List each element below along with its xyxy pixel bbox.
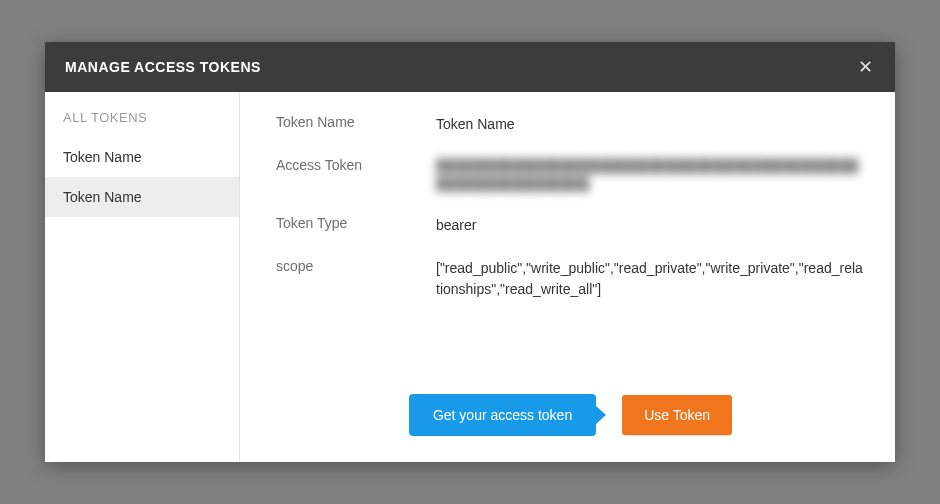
label-token-name: Token Name: [276, 114, 436, 130]
token-details: Token Name Token Name Access Token █████…: [240, 92, 895, 462]
value-access-token: ████████████████████████████████████████…: [436, 157, 865, 193]
label-token-type: Token Type: [276, 215, 436, 231]
callout-get-token: Get your access token: [409, 394, 596, 436]
close-icon[interactable]: ✕: [856, 56, 875, 78]
modal-title: MANAGE ACCESS TOKENS: [65, 59, 261, 75]
value-scope: ["read_public","write_public","read_priv…: [436, 258, 865, 300]
modal-body: ALL TOKENS Token Name Token Name Token N…: [45, 92, 895, 462]
value-token-type: bearer: [436, 215, 865, 236]
manage-tokens-modal: MANAGE ACCESS TOKENS ✕ ALL TOKENS Token …: [45, 42, 895, 462]
sidebar-item-token[interactable]: Token Name: [45, 177, 239, 217]
sidebar-item-label: Token Name: [63, 149, 142, 165]
row-token-name: Token Name Token Name: [276, 114, 865, 135]
actions-bar: Get your access token Use Token: [276, 374, 865, 436]
row-token-type: Token Type bearer: [276, 215, 865, 236]
sidebar-item-label: Token Name: [63, 189, 142, 205]
sidebar: ALL TOKENS Token Name Token Name: [45, 92, 240, 462]
row-scope: scope ["read_public","write_public","rea…: [276, 258, 865, 300]
blurred-token: ████████████████████████████████████████…: [436, 157, 865, 193]
sidebar-item-token[interactable]: Token Name: [45, 137, 239, 177]
use-token-button[interactable]: Use Token: [622, 395, 732, 435]
row-access-token: Access Token ███████████████████████████…: [276, 157, 865, 193]
label-scope: scope: [276, 258, 436, 274]
sidebar-heading: ALL TOKENS: [45, 110, 239, 137]
modal-header: MANAGE ACCESS TOKENS ✕: [45, 42, 895, 92]
label-access-token: Access Token: [276, 157, 436, 173]
value-token-name: Token Name: [436, 114, 865, 135]
